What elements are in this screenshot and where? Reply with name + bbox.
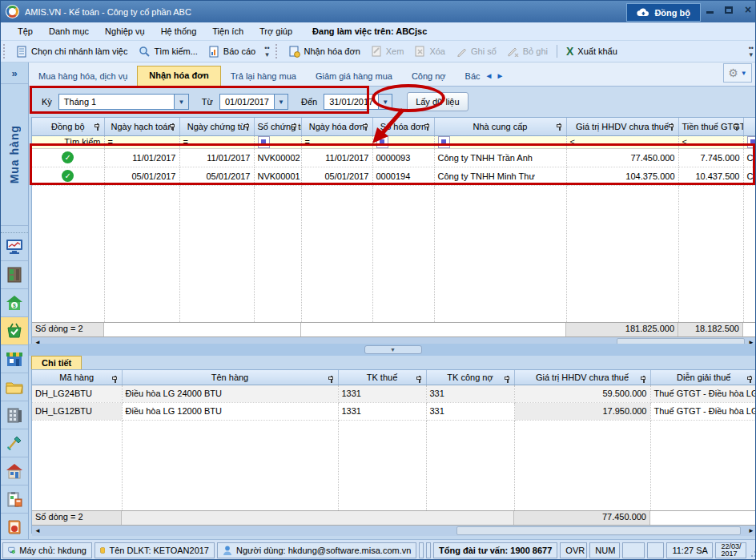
sidebar-item-cash[interactable]: $ <box>1 289 28 317</box>
unpost-button[interactable]: Bỏ ghi <box>502 44 553 59</box>
tab-scroll-right-icon[interactable]: ► <box>496 71 504 80</box>
filter-op-posting-date[interactable]: = <box>104 135 179 148</box>
scroll-thumb[interactable] <box>456 526 741 535</box>
scroll-right-icon[interactable]: ► <box>746 526 756 536</box>
to-date-dropdown-icon[interactable]: ▼ <box>378 95 392 109</box>
pin-icon[interactable] <box>416 376 424 383</box>
menu-he-thong[interactable]: Hệ thống <box>154 25 204 38</box>
delete-button[interactable]: Xóa <box>409 43 451 59</box>
pin-icon[interactable] <box>363 123 370 131</box>
sidebar-item-costing[interactable] <box>1 485 28 514</box>
pin-icon[interactable] <box>747 376 754 383</box>
col-dien-giai-thue[interactable]: Diễn giải thuế <box>650 370 756 385</box>
minimize-button[interactable] <box>704 4 715 15</box>
detail-h-scrollbar[interactable]: ◄ ► <box>32 526 756 536</box>
col-dong-bo[interactable]: Đồng bộ <box>32 118 104 135</box>
invoice-row-1[interactable]: ✓ 11/01/2017 11/01/2017 NVK00002 11/01/2… <box>32 148 756 167</box>
pane-splitter[interactable]: ▼ <box>29 344 756 356</box>
pin-icon[interactable] <box>94 123 102 131</box>
col-ngay-hoa-don[interactable]: Ngày hóa đơn <box>301 118 372 135</box>
col-tk-thue[interactable]: TK thuế <box>338 370 426 385</box>
sidebar-item-bank[interactable] <box>1 261 28 289</box>
col-ma-hang[interactable]: Mã hàng <box>32 370 122 385</box>
view-button[interactable]: Xem <box>366 43 410 59</box>
sidebar-expand-button[interactable]: » <box>1 62 28 84</box>
from-date-dropdown-icon[interactable]: ▼ <box>274 95 288 109</box>
post-button[interactable]: Ghi sổ <box>451 44 502 59</box>
toolbar-overflow2-icon[interactable]: ••▾ <box>749 45 754 58</box>
pin-icon[interactable] <box>328 376 336 383</box>
detail-row-2[interactable]: DH_LG12BTU Điều hòa LG 12000 BTU 1331 33… <box>32 402 756 420</box>
splitter-grip[interactable]: ▼ <box>364 345 422 354</box>
col-ngay-hach-toan[interactable]: Ngày hạch toán <box>104 118 179 135</box>
tab-giam-gia-hang-mua[interactable]: Giảm giá hàng mua <box>306 67 402 86</box>
sidebar-item-tools[interactable] <box>1 429 28 457</box>
tab-cong-no[interactable]: Công nợ <box>402 67 456 86</box>
period-dropdown-icon[interactable]: ▼ <box>174 95 188 109</box>
sidebar-item-home[interactable] <box>1 457 28 485</box>
col-gia-tri[interactable]: Giá trị HHDV chưa thuế <box>566 118 678 135</box>
pin-icon[interactable] <box>557 123 564 131</box>
filter-op-amount[interactable]: ≤ <box>566 135 678 148</box>
sidebar-item-purchase[interactable] <box>1 317 28 345</box>
pin-icon[interactable] <box>734 123 741 131</box>
filter-icon[interactable] <box>258 136 270 148</box>
tab-bao-cao[interactable]: Bác <box>456 67 482 86</box>
col-so-chung-tu[interactable]: Số chứng từ <box>254 118 301 135</box>
col-ngay-chung-tu[interactable]: Ngày chứng từ <box>179 118 254 135</box>
maximize-button[interactable] <box>723 4 734 15</box>
pin-icon[interactable] <box>505 376 512 383</box>
tab-chi-tiet[interactable]: Chi tiết <box>31 356 82 369</box>
tab-scroll-left-icon[interactable]: ◄ <box>485 71 493 80</box>
sync-button[interactable]: Đồng bộ <box>626 3 701 22</box>
menu-nghiep-vu[interactable]: Nghiệp vụ <box>98 25 152 38</box>
report-button[interactable]: Báo cáo <box>203 43 261 60</box>
pin-icon[interactable] <box>112 376 119 383</box>
menu-tro-giup[interactable]: Trợ giúp <box>252 25 300 38</box>
search-button[interactable]: Tìm kiếm... <box>133 43 203 59</box>
sidebar-item-sales[interactable] <box>1 345 28 373</box>
get-data-button[interactable]: Lấy dữ liệu <box>407 92 468 111</box>
tab-tra-lai-hang-mua[interactable]: Trả lại hàng mua <box>221 67 306 86</box>
sidebar-item-assets[interactable] <box>1 401 28 429</box>
pin-icon[interactable] <box>292 123 299 131</box>
pin-icon[interactable] <box>170 123 177 131</box>
filter-op-vat[interactable]: ≤ <box>678 135 743 148</box>
col-nha-cung-cap[interactable]: Nhà cung cấp <box>434 118 566 135</box>
from-date-input[interactable]: 01/01/2017 ▼ <box>219 94 288 110</box>
menu-danh-muc[interactable]: Danh mục <box>42 25 96 38</box>
resize-grip[interactable] <box>750 543 755 558</box>
pin-icon[interactable] <box>669 123 676 131</box>
pin-icon[interactable] <box>641 376 648 383</box>
branch-select-button[interactable]: Chọn chi nhánh làm việc <box>11 43 133 60</box>
col-ten-hang[interactable]: Tên hàng <box>122 370 338 385</box>
to-date-input[interactable]: 31/01/2017 ▼ <box>324 94 392 110</box>
tab-nhan-hoa-don[interactable]: Nhận hóa đơn <box>137 66 220 86</box>
tab-mua-hang-hoa-dich-vu[interactable]: Mua hàng hóa, dịch vụ <box>29 67 137 86</box>
filter-icon[interactable] <box>376 136 388 148</box>
pin-icon[interactable] <box>424 123 432 131</box>
toolbar-overflow-icon[interactable]: ••▾ <box>264 45 269 58</box>
export-button[interactable]: X Xuất khẩu <box>561 42 623 60</box>
detail-row-1[interactable]: DH_LG24BTU Điều hòa LG 24000 BTU 1331 33… <box>32 385 756 402</box>
pin-icon[interactable] <box>244 123 251 131</box>
col-so-hoa-don[interactable]: Số hóa đơn <box>372 118 434 135</box>
scroll-left-icon[interactable]: ◄ <box>32 526 43 536</box>
filter-op-inv-date[interactable]: = <box>301 135 372 148</box>
sidebar-item-tax[interactable] <box>1 514 28 542</box>
invoice-row-2[interactable]: ✓ 05/01/2017 05/01/2017 NVK00001 05/01/2… <box>32 167 756 185</box>
filter-op-doc-date[interactable]: = <box>179 135 254 148</box>
period-select[interactable]: Tháng 1 ▼ <box>58 94 189 110</box>
col-tk-cong-no[interactable]: TK công nợ <box>426 370 514 385</box>
col-gia-tri-chua-thue[interactable]: Giá trị HHDV chưa thuế <box>514 370 650 385</box>
sidebar-item-dashboard[interactable] <box>1 233 28 261</box>
close-button[interactable]: × <box>742 4 754 15</box>
menu-tien-ich[interactable]: Tiện ích <box>205 25 251 38</box>
filter-icon[interactable] <box>747 136 756 148</box>
col-tien-thue[interactable]: Tiền thuế GTGT <box>678 118 743 135</box>
grid-settings-button[interactable]: ⚙ ▼ <box>723 63 752 83</box>
filter-icon[interactable] <box>438 136 450 148</box>
receive-invoice-button[interactable]: Nhận hóa đơn <box>284 43 366 60</box>
menu-tep[interactable]: Tệp <box>10 25 40 38</box>
sidebar-item-warehouse[interactable] <box>1 373 28 401</box>
